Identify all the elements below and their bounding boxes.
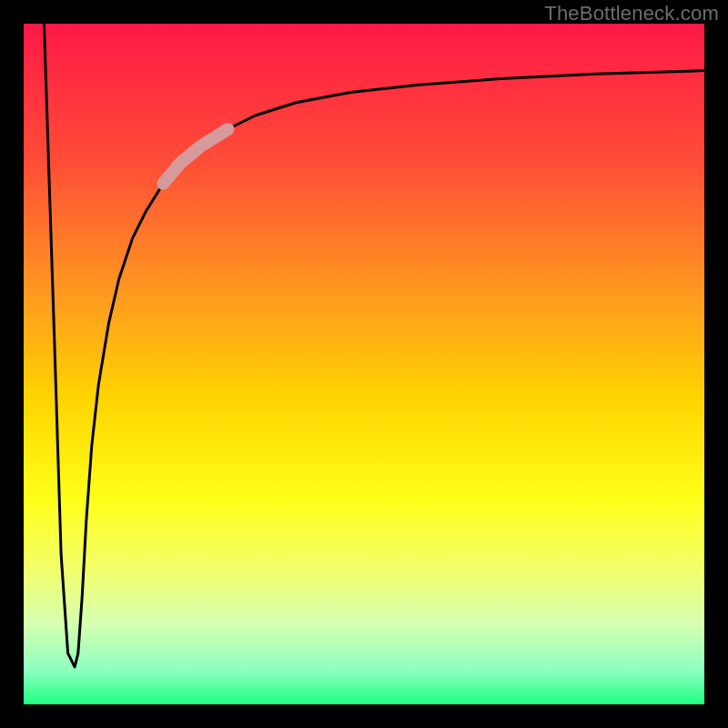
chart-svg bbox=[0, 0, 728, 728]
plot-gradient-background bbox=[24, 24, 704, 704]
chart-stage: TheBottleneck.com bbox=[0, 0, 728, 728]
watermark-label: TheBottleneck.com bbox=[544, 2, 719, 25]
